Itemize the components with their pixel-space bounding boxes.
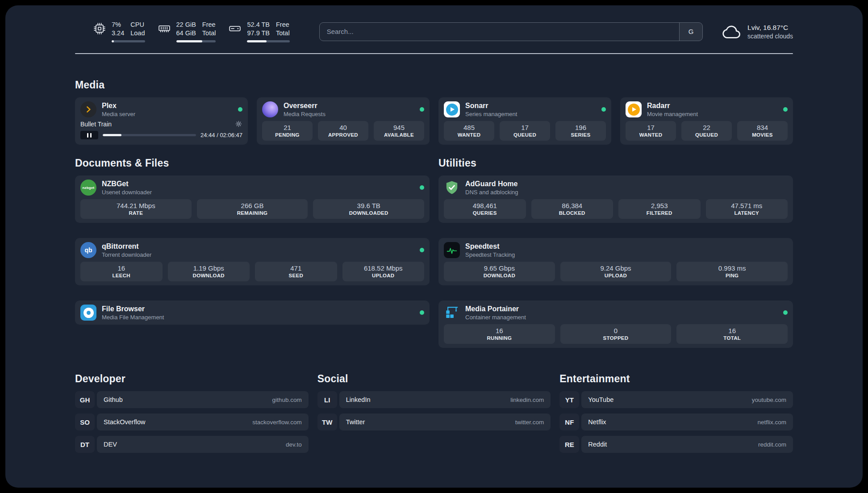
card-plex[interactable]: Plex Media server Bullet Train	[75, 97, 248, 145]
app-name: qBittorrent	[102, 242, 151, 251]
cpu-widget: 7% 3.24 CPU Load	[93, 21, 145, 42]
seek-bar[interactable]	[103, 134, 196, 136]
stat-available: 945 AVAILABLE	[374, 121, 424, 141]
memory-widget: 22 GiB 64 GiB Free Total	[158, 21, 216, 42]
cpu-icon	[93, 22, 106, 35]
stat-queries: 498,461 QUERIES	[444, 199, 526, 219]
memory-usage-fill	[176, 40, 203, 42]
bookmark-url: youtube.com	[752, 397, 786, 403]
pause-button[interactable]	[80, 131, 98, 139]
stat-download: 1.19 Gbps DOWNLOAD	[168, 262, 250, 281]
app-subtitle: Media File Management	[102, 314, 164, 321]
stat-movies: 834 MOVIES	[737, 121, 788, 141]
bookmark-abbr: LI	[317, 391, 337, 408]
section-title-documents: Documents & Files	[75, 157, 430, 169]
disk-label-total: Total	[276, 29, 290, 38]
app-name: Media Portainer	[465, 305, 526, 313]
stat-approved: 40 APPROVED	[318, 121, 368, 141]
card-filebrowser[interactable]: File Browser Media File Management	[75, 301, 430, 325]
stat-running: 16 RUNNING	[444, 324, 555, 344]
app-subtitle: Media Requests	[284, 111, 326, 117]
bookmark-abbr: RE	[559, 436, 579, 453]
app-subtitle: Speedtest Tracking	[465, 251, 515, 258]
app-name: NZBGet	[102, 180, 152, 188]
bookmark-url: linkedin.com	[510, 397, 544, 403]
bookmark-twitter[interactable]: TW Twitter twitter.com	[317, 414, 551, 430]
app-subtitle: Usenet downloader	[102, 189, 152, 196]
card-qbittorrent[interactable]: qb qBittorrent Torrent downloader 16 LEE…	[75, 238, 430, 285]
bookmark-name: Reddit	[588, 441, 607, 448]
status-dot	[238, 107, 242, 112]
section-title-utilities: Utilities	[438, 157, 793, 169]
disk-free-value: 52.4 TB	[247, 21, 270, 29]
card-sonarr[interactable]: Sonarr Series management 485 WANTED 17 Q…	[438, 97, 611, 145]
card-nzbget[interactable]: nzbget NZBGet Usenet downloader 744.21 M…	[75, 175, 430, 223]
app-name: AdGuard Home	[465, 180, 518, 188]
cpu-percent: 7%	[112, 21, 124, 29]
stat-blocked: 86,384 BLOCKED	[531, 199, 613, 219]
bookmark-abbr: GH	[75, 391, 95, 408]
gear-icon[interactable]	[235, 120, 242, 128]
bookmark-linkedin[interactable]: LI LinkedIn linkedin.com	[317, 391, 551, 408]
bookmark-reddit[interactable]: RE Reddit reddit.com	[559, 436, 793, 453]
stat-seed: 471 SEED	[255, 262, 337, 281]
disk-usage-bar	[247, 40, 289, 42]
status-dot	[783, 107, 788, 112]
weather-condition: scattered clouds	[747, 33, 793, 40]
qbittorrent-icon: qb	[80, 242, 96, 258]
card-portainer[interactable]: Media Portainer Container management 16 …	[438, 301, 793, 348]
bookmark-name: YouTube	[588, 396, 613, 403]
bookmark-dev[interactable]: DT DEV dev.to	[75, 436, 309, 453]
section-title-social: Social	[317, 373, 551, 385]
status-dot	[601, 107, 606, 112]
radarr-icon	[626, 101, 642, 117]
card-radarr[interactable]: Radarr Movie management 17 WANTED 22 QUE…	[620, 97, 793, 145]
card-speedtest[interactable]: Speedtest Speedtest Tracking 9.65 Gbps D…	[438, 238, 793, 285]
stat-downloaded: 39.6 TB DOWNLOADED	[313, 199, 424, 219]
app-name: Plex	[102, 102, 135, 110]
stat-rate: 744.21 Mbps RATE	[80, 199, 192, 219]
bookmark-url: twitter.com	[515, 419, 544, 426]
bookmarks-developer: Developer GH Github github.com SO StackO…	[75, 373, 309, 453]
seek-bar-fill	[103, 134, 121, 136]
bookmarks-entertainment: Entertainment YT YouTube youtube.com NF …	[559, 373, 793, 453]
bookmark-name: Twitter	[346, 418, 365, 426]
app-subtitle: Media server	[102, 111, 135, 117]
disk-total-value: 97.9 TB	[247, 29, 270, 38]
filebrowser-icon	[80, 305, 96, 321]
search-input[interactable]	[320, 23, 679, 41]
bookmark-github[interactable]: GH Github github.com	[75, 391, 309, 408]
bookmark-stackoverflow[interactable]: SO StackOverflow stackoverflow.com	[75, 414, 309, 430]
cloud-icon	[720, 24, 742, 40]
card-overseerr[interactable]: Overseerr Media Requests 21 PENDING 40 A…	[257, 97, 430, 145]
cpu-load-value: 3.24	[112, 29, 124, 38]
cpu-label-top: CPU	[130, 21, 145, 29]
stat-ping: 0.993 ms PING	[676, 262, 788, 281]
bookmark-youtube[interactable]: YT YouTube youtube.com	[559, 391, 793, 408]
weather-widget[interactable]: Lviv, 16.87°C scattered clouds	[720, 24, 793, 40]
adguard-icon	[444, 180, 460, 196]
disk-widget: 52.4 TB 97.9 TB Free Total	[228, 21, 289, 42]
card-adguard[interactable]: AdGuard Home DNS and adblocking 498,461 …	[438, 175, 793, 223]
bookmark-abbr: SO	[75, 414, 95, 430]
status-dot	[420, 107, 424, 112]
bookmark-netflix[interactable]: NF Netflix netflix.com	[559, 414, 793, 430]
bookmark-abbr: TW	[317, 414, 337, 430]
section-utilities: Utilities AdGuard Home DNS and a	[438, 157, 793, 348]
app-name: Sonarr	[465, 102, 517, 110]
search-bar[interactable]: G	[319, 22, 703, 41]
memory-usage-bar	[176, 40, 216, 42]
app-subtitle: Container management	[465, 314, 526, 321]
bookmark-name: Netflix	[588, 418, 606, 426]
bookmarks-social: Social LI LinkedIn linkedin.com TW Twitt…	[317, 373, 551, 430]
overseerr-icon	[262, 101, 278, 117]
stat-latency: 47.571 ms LATENCY	[706, 199, 788, 219]
cpu-usage-fill	[112, 40, 114, 42]
section-title-developer: Developer	[75, 373, 309, 385]
app-name: File Browser	[102, 305, 164, 313]
topbar: 7% 3.24 CPU Load	[75, 21, 793, 42]
search-provider-button[interactable]: G	[679, 23, 702, 41]
portainer-icon	[444, 305, 460, 321]
app-subtitle: Torrent downloader	[102, 251, 151, 258]
stat-queued: 22 QUEUED	[681, 121, 732, 141]
